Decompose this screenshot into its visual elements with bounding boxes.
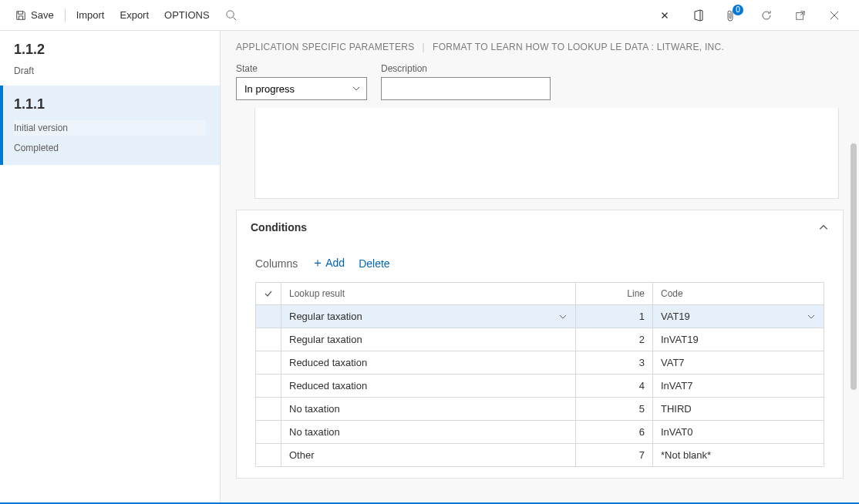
toolbar-right: 0 (652, 3, 851, 28)
version-sub2: Completed (14, 140, 206, 156)
table-row[interactable]: Regular taxation1VAT19 (256, 305, 824, 328)
save-button[interactable]: Save (8, 0, 62, 31)
code-column-header[interactable]: Code (653, 283, 824, 305)
code-cell[interactable]: InVAT0 (653, 421, 824, 444)
export-button[interactable]: Export (112, 0, 157, 31)
table-row[interactable]: Reduced taxation4InVAT7 (256, 375, 824, 398)
office-icon[interactable] (686, 3, 711, 28)
table-row[interactable]: No taxation6InVAT0 (256, 421, 824, 444)
code-cell[interactable]: VAT7 (653, 351, 824, 375)
lookup-cell[interactable]: Other (281, 444, 576, 467)
conditions-header[interactable]: Conditions (237, 210, 843, 244)
code-cell[interactable]: THIRD (653, 398, 824, 421)
version-status: Draft (14, 66, 206, 76)
version-item-1-1-2[interactable]: 1.1.2 Draft (0, 31, 220, 86)
toolbar-left: Save Import Export OPTIONS (8, 0, 244, 31)
lookup-cell[interactable]: Regular taxation (281, 305, 576, 328)
row-check-cell[interactable] (256, 421, 281, 444)
refresh-button[interactable] (754, 3, 779, 28)
table-row[interactable]: Reduced taxation3VAT7 (256, 351, 824, 375)
table-row[interactable]: No taxation5THIRD (256, 398, 824, 421)
state-field: State (236, 63, 367, 100)
row-check-cell[interactable] (256, 444, 281, 467)
breadcrumb: APPLICATION SPECIFIC PARAMETERS | FORMAT… (236, 42, 844, 52)
grid-toolbar: Columns ＋Add Delete (255, 252, 824, 274)
upper-panel-body (254, 108, 839, 199)
popout-button[interactable] (788, 3, 813, 28)
breadcrumb-part2: FORMAT TO LEARN HOW TO LOOKUP LE DATA : … (433, 42, 724, 52)
chevron-down-icon (558, 312, 568, 321)
row-check-cell[interactable] (256, 375, 281, 398)
content-area: APPLICATION SPECIFIC PARAMETERS | FORMAT… (221, 31, 859, 502)
options-button[interactable]: OPTIONS (157, 0, 217, 31)
grid-header-row: Lookup result Line Code (256, 283, 824, 305)
breadcrumb-part1: APPLICATION SPECIFIC PARAMETERS (236, 42, 415, 52)
line-cell[interactable]: 6 (576, 421, 653, 444)
state-label: State (236, 63, 367, 74)
top-toolbar: Save Import Export OPTIONS 0 (0, 0, 859, 31)
breadcrumb-separator: | (423, 42, 425, 52)
scrollbar[interactable] (850, 143, 857, 436)
svg-line-1 (233, 17, 236, 20)
toolbar-separator (65, 8, 66, 22)
form-row: State Description (236, 63, 844, 100)
description-input[interactable] (381, 77, 551, 100)
version-title: 1.1.2 (14, 42, 206, 58)
code-cell[interactable]: VAT19 (653, 305, 824, 328)
plus-icon: ＋ (312, 256, 324, 269)
lookup-column-header[interactable]: Lookup result (281, 283, 576, 305)
lookup-cell[interactable]: Reduced taxation (281, 351, 576, 375)
row-check-cell[interactable] (256, 351, 281, 375)
search-button[interactable] (217, 0, 244, 31)
attachments-badge: 0 (733, 5, 743, 15)
sidebar: 1.1.2 Draft 1.1.1 Initial version Comple… (0, 31, 221, 502)
check-column-header[interactable] (256, 283, 281, 305)
add-button[interactable]: ＋Add (312, 255, 345, 271)
row-check-cell[interactable] (256, 328, 281, 351)
save-label: Save (31, 9, 54, 21)
scrollbar-thumb[interactable] (851, 143, 857, 390)
lookup-cell[interactable]: No taxation (281, 421, 576, 444)
main-area: 1.1.2 Draft 1.1.1 Initial version Comple… (0, 31, 859, 504)
description-label: Description (381, 63, 551, 74)
version-sub1: Initial version (14, 120, 206, 136)
conditions-panel: Conditions Columns ＋Add Delete (236, 210, 844, 479)
row-check-cell[interactable] (256, 398, 281, 421)
line-column-header[interactable]: Line (576, 283, 653, 305)
state-select[interactable] (236, 77, 367, 100)
line-cell[interactable]: 3 (576, 351, 653, 375)
state-input[interactable] (236, 77, 367, 100)
code-cell[interactable]: *Not blank* (653, 444, 824, 467)
table-row[interactable]: Other7*Not blank* (256, 444, 824, 467)
table-row[interactable]: Regular taxation2InVAT19 (256, 328, 824, 351)
app-linker-icon[interactable] (652, 3, 677, 28)
attachments-button[interactable]: 0 (720, 3, 745, 28)
line-cell[interactable]: 1 (576, 305, 653, 328)
close-button[interactable] (822, 3, 847, 28)
version-item-1-1-1[interactable]: 1.1.1 Initial version Completed (0, 86, 220, 165)
search-icon (225, 9, 237, 21)
code-cell[interactable]: InVAT19 (653, 328, 824, 351)
line-cell[interactable]: 7 (576, 444, 653, 467)
version-title: 1.1.1 (14, 96, 206, 113)
save-icon (15, 10, 26, 21)
grid-body: Regular taxation1VAT19Regular taxation2I… (256, 305, 824, 467)
delete-button[interactable]: Delete (359, 257, 389, 270)
description-field: Description (381, 63, 551, 100)
lookup-cell[interactable]: Regular taxation (281, 328, 576, 351)
conditions-grid: Lookup result Line Code Regular taxation… (255, 282, 824, 467)
svg-point-0 (226, 11, 233, 18)
line-cell[interactable]: 2 (576, 328, 653, 351)
conditions-title: Conditions (251, 221, 307, 234)
code-cell[interactable]: InVAT7 (653, 375, 824, 398)
line-cell[interactable]: 5 (576, 398, 653, 421)
lookup-cell[interactable]: Reduced taxation (281, 375, 576, 398)
chevron-down-icon (807, 312, 816, 321)
import-button[interactable]: Import (69, 0, 113, 31)
columns-button[interactable]: Columns (255, 257, 298, 270)
conditions-body: Columns ＋Add Delete Lookup result Line C… (237, 244, 843, 478)
lookup-cell[interactable]: No taxation (281, 398, 576, 421)
line-cell[interactable]: 4 (576, 375, 653, 398)
chevron-up-icon (818, 222, 829, 233)
row-check-cell[interactable] (256, 305, 281, 328)
